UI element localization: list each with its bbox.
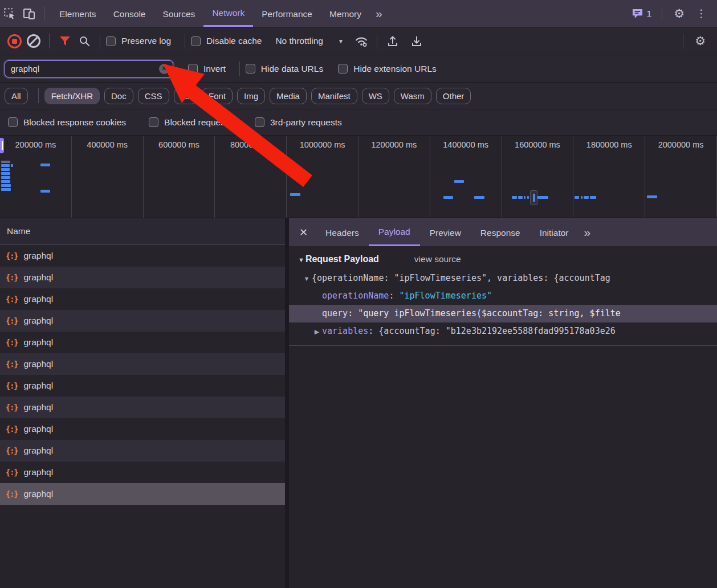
preserve-log-option[interactable]: Preserve log — [106, 36, 171, 46]
waterfall-bar[interactable] — [40, 164, 50, 166]
advanced-filter-option[interactable]: 3rd-party requests — [255, 117, 342, 128]
settings-gear-icon[interactable]: ⚙ — [668, 7, 690, 21]
throttling-select[interactable]: No throttling ▼ — [275, 36, 343, 46]
waterfall-bar[interactable] — [40, 190, 50, 193]
record-button[interactable] — [5, 31, 24, 51]
panel-tab[interactable]: Network — [203, 0, 253, 27]
export-har-button[interactable] — [407, 31, 426, 51]
resource-type-chip[interactable]: Doc — [104, 88, 133, 104]
waterfall-bar[interactable] — [1, 168, 10, 171]
waterfall-bar[interactable] — [512, 196, 517, 199]
resource-type-chip[interactable]: All — [5, 88, 28, 104]
import-har-button[interactable] — [383, 31, 402, 51]
waterfall-bar[interactable] — [518, 196, 523, 199]
details-tab[interactable]: Initiator — [530, 218, 579, 246]
waterfall-bar[interactable] — [443, 196, 453, 199]
request-row[interactable]: {:} graphql — [0, 310, 285, 332]
hide-extension-urls-checkbox[interactable] — [338, 64, 348, 74]
details-tab[interactable]: Headers — [316, 218, 369, 246]
details-tab[interactable]: Response — [471, 218, 530, 246]
panel-tab[interactable]: Console — [105, 0, 154, 27]
more-details-tabs-button[interactable]: » — [578, 226, 596, 239]
panel-tab[interactable]: Elements — [51, 0, 105, 27]
waterfall-bar[interactable] — [1, 188, 11, 191]
operation-name-row[interactable]: operationName: "ipFlowTimeseries" — [289, 287, 717, 305]
hide-extension-urls-option[interactable]: Hide extension URLs — [338, 64, 437, 74]
waterfall-bar[interactable] — [1, 161, 10, 163]
resource-type-chip[interactable]: Fetch/XHR — [44, 88, 100, 104]
waterfall-bar[interactable] — [1, 176, 10, 179]
disable-cache-checkbox[interactable] — [191, 36, 201, 46]
resource-type-chip[interactable]: JS — [174, 88, 198, 104]
waterfall-bar[interactable] — [590, 196, 596, 199]
panel-tab[interactable]: Performance — [253, 0, 321, 27]
request-row[interactable]: {:} graphql — [0, 353, 285, 375]
inspect-element-button[interactable] — [0, 4, 19, 23]
clear-filter-icon[interactable]: ✕ — [159, 64, 169, 74]
waterfall-bar[interactable] — [474, 196, 484, 199]
advanced-filter-option[interactable]: Blocked requests — [149, 117, 232, 128]
name-column-header[interactable]: Name — [0, 218, 285, 245]
network-conditions-button[interactable] — [352, 31, 371, 51]
clear-network-log-button[interactable] — [24, 31, 43, 51]
resource-type-chip[interactable]: Other — [436, 88, 471, 104]
request-row[interactable]: {:} graphql — [0, 332, 285, 353]
checkbox[interactable] — [149, 117, 158, 127]
variables-row[interactable]: ▶variables: {accountTag: "b12e3b2192ee55… — [289, 322, 717, 340]
waterfall-bar[interactable] — [647, 195, 657, 198]
request-row[interactable]: {:} graphql — [0, 462, 285, 483]
resource-type-chip[interactable]: Img — [237, 88, 265, 104]
overflow-menu-icon[interactable]: ⋮ — [690, 7, 712, 20]
request-payload-section[interactable]: ▼ Request Payload view source — [289, 254, 717, 264]
close-icon[interactable]: ✕ — [298, 226, 316, 239]
waterfall-bar[interactable] — [581, 196, 582, 199]
waterfall-bar[interactable] — [11, 164, 13, 167]
invert-checkbox[interactable] — [188, 64, 198, 74]
checkbox[interactable] — [255, 117, 264, 127]
request-row[interactable]: {:} graphql — [0, 375, 285, 397]
invert-option[interactable]: Invert — [188, 64, 226, 74]
filter-input[interactable] — [5, 60, 173, 77]
resource-type-chip[interactable]: Wasm — [394, 88, 431, 104]
view-source-link[interactable]: view source — [414, 254, 461, 264]
waterfall-bar[interactable] — [290, 193, 300, 196]
waterfall-bar[interactable] — [524, 196, 525, 199]
advanced-filter-option[interactable]: Blocked response cookies — [8, 117, 126, 128]
query-row[interactable]: query: "query ipFlowTimeseries($accountT… — [289, 305, 717, 322]
request-row[interactable]: {:} graphql — [0, 397, 285, 418]
waterfall-bar[interactable] — [527, 196, 529, 199]
device-toolbar-button[interactable] — [19, 4, 39, 23]
request-row[interactable]: {:} graphql — [0, 267, 285, 288]
request-row[interactable]: {:} graphql — [0, 483, 285, 505]
waterfall-bar[interactable] — [1, 180, 10, 183]
waterfall-bar[interactable] — [575, 196, 579, 199]
waterfall-marker[interactable] — [530, 190, 537, 205]
waterfall-bar[interactable] — [1, 164, 10, 167]
resource-type-chip[interactable]: WS — [362, 88, 389, 104]
timeline-overview[interactable]: 200000 ms 400000 ms 600000 ms 800000 ms … — [0, 135, 717, 218]
panel-tab[interactable]: Memory — [321, 0, 370, 27]
waterfall-bar[interactable] — [1, 172, 10, 175]
request-row[interactable]: {:} graphql — [0, 288, 285, 310]
preserve-log-checkbox[interactable] — [106, 36, 116, 46]
panel-tab[interactable]: Sources — [154, 0, 204, 27]
more-tabs-button[interactable]: » — [370, 7, 388, 21]
collapsed-arrow-icon[interactable]: ▶ — [312, 323, 322, 340]
checkbox[interactable] — [8, 117, 18, 127]
search-button[interactable] — [75, 31, 94, 51]
waterfall-bar[interactable] — [1, 184, 11, 187]
request-row[interactable]: {:} graphql — [0, 440, 285, 462]
filter-button[interactable] — [55, 31, 75, 51]
details-tab[interactable]: Preview — [420, 218, 471, 246]
resource-type-chip[interactable]: Media — [270, 88, 307, 104]
resource-type-chip[interactable]: Font — [202, 88, 233, 104]
timeline-left-handle[interactable] — [0, 138, 4, 153]
details-tab[interactable]: Payload — [369, 218, 420, 246]
resource-type-chip[interactable]: CSS — [138, 88, 169, 104]
waterfall-bar[interactable] — [584, 196, 589, 199]
hide-data-urls-checkbox[interactable] — [246, 64, 255, 74]
request-row[interactable]: {:} graphql — [0, 418, 285, 440]
payload-preview-row[interactable]: ▼{operationName: "ipFlowTimeseries", var… — [289, 270, 717, 287]
request-row[interactable]: {:} graphql — [0, 245, 285, 267]
waterfall-bar[interactable] — [454, 180, 464, 183]
